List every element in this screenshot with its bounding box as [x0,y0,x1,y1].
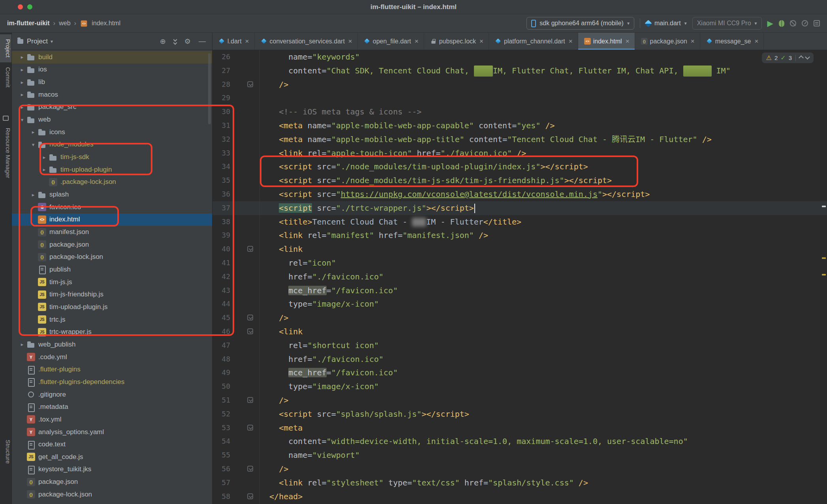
code-line-29[interactable] [260,91,827,105]
chevron-right-icon[interactable]: ▸ [39,167,49,172]
code-line-44[interactable]: type="image/x-icon" [260,297,827,311]
code-line-36[interactable]: <script src="https://unpkg.com/vconsole@… [260,187,827,201]
code-line-43[interactable]: mce_href="/favicon.ico" [260,284,827,298]
run-button[interactable]: ▶ [767,19,773,27]
code-line-42[interactable]: href="./favicon.ico" [260,270,827,284]
code-line-52[interactable]: <script src="splash/splash.js"></script> [260,407,827,421]
tree-item-splash[interactable]: ▸splash [12,188,212,201]
tree-item-manifest.json[interactable]: manifest.json [12,226,212,238]
locate-file-icon[interactable]: ⊕ [160,37,166,46]
tree-item-get_all_code.js[interactable]: get_all_code.js [12,451,212,463]
tool-tab-resource-manager[interactable]: Resource Manager [0,123,11,183]
close-tab-icon[interactable]: × [415,37,419,45]
close-tab-icon[interactable]: × [626,37,630,45]
code-line-51[interactable]: /> [260,393,827,407]
editor-tab-package.json[interactable]: package.json× [635,33,700,50]
fold-marker-icon[interactable] [247,425,253,431]
tree-scrollbar[interactable] [208,53,211,124]
tree-item-.package-lock.json[interactable]: .package-lock.json [12,176,212,189]
inspections-widget[interactable]: ⚠ 2 ✓ 3 [762,52,814,63]
tree-item-macos[interactable]: ▸macos [12,88,212,101]
tree-item-pubspec.lock[interactable]: pubspec.lock [12,501,212,504]
device-selector[interactable]: sdk gphone64 arm64 (mobile) ▾ [526,17,634,30]
code-line-34[interactable]: <script src="./node_modules/tim-upload-p… [260,160,827,174]
tree-item-trtc-wrapper.js[interactable]: trtc-wrapper.js [12,326,212,338]
next-problem-icon[interactable] [805,54,810,60]
tree-item-.tox.yml[interactable]: .tox.yml [12,413,212,426]
tree-item-.flutter-plugins-dependencies[interactable]: .flutter-plugins-dependencies [12,376,212,388]
close-tab-icon[interactable]: × [348,37,352,45]
tool-tab-commit[interactable]: Commit [0,62,11,92]
tree-item-build[interactable]: ▸build [12,51,212,64]
tree-item-code.text[interactable]: code.text [12,438,212,451]
tree-item-keystore_tuikit.jks[interactable]: keystore_tuikit.jks [12,463,212,476]
code-line-37[interactable]: <script src="./trtc-wrapper.js"></script… [260,201,827,215]
previous-problem-icon[interactable] [799,55,804,60]
tree-item-.gitignore[interactable]: .gitignore [12,388,212,401]
device-explorer-icon[interactable] [814,20,820,26]
chevron-right-icon[interactable]: ▸ [28,192,38,198]
fold-marker-icon[interactable] [247,246,253,252]
tree-item-ios[interactable]: ▸ios [12,64,212,76]
breadcrumb-file[interactable]: index.html [92,20,120,27]
editor-tab-open_file.dart[interactable]: open_file.dart× [358,33,424,50]
fold-marker-icon[interactable] [247,81,253,87]
tree-item-lib[interactable]: ▸lib [12,76,212,88]
chevron-right-icon[interactable]: ▸ [39,154,49,160]
chevron-right-icon[interactable]: ▸ [17,104,27,110]
resource-manager-icon[interactable] [3,116,9,121]
code-line-56[interactable]: /> [260,462,827,476]
code-line-31[interactable]: <meta name="apple-mobile-web-app-capable… [260,119,827,133]
code-line-41[interactable]: rel="icon" [260,256,827,270]
secondary-device-selector[interactable]: Xiaomi MI CC9 Pro ▾ [692,17,762,30]
tree-item-package_src[interactable]: ▸package_src [12,101,212,114]
run-config-selector[interactable]: main.dart ▾ [646,20,687,27]
chevron-down-icon[interactable]: ▾ [28,142,38,148]
code-line-55[interactable]: name="viewport" [260,448,827,462]
code-line-30[interactable]: <!-- iOS meta tags & icons --> [260,105,827,119]
tree-item-tim-js-sdk[interactable]: ▸tim-js-sdk [12,151,212,163]
debug-button[interactable] [779,20,784,27]
tree-item-package.json[interactable]: package.json [12,238,212,251]
code-line-49[interactable]: mce_href="/favicon.ico" [260,366,827,380]
fold-marker-icon[interactable] [247,493,253,499]
tree-item-favicon.ico[interactable]: favicon.ico [12,201,212,214]
chevron-right-icon[interactable]: ▸ [17,67,27,73]
code-line-28[interactable]: /> [260,78,827,92]
tree-item-icons[interactable]: ▸icons [12,126,212,139]
close-tab-icon[interactable]: × [569,37,573,45]
tree-item-index.html[interactable]: index.html [12,214,212,226]
code-line-54[interactable]: content="width=device-width, initial-sca… [260,435,827,448]
stripe-mark[interactable] [822,274,826,275]
chevron-right-icon[interactable]: ▸ [17,92,27,97]
tree-item-package-lock.json[interactable]: package-lock.json [12,488,212,501]
editor-tab-index.html[interactable]: index.html× [578,33,635,50]
code-line-50[interactable]: type="image/x-icon" [260,380,827,393]
chevron-down-icon[interactable]: ▾ [51,39,53,44]
chevron-right-icon[interactable]: ▸ [17,341,27,347]
tree-item-.code.yml[interactable]: .code.yml [12,351,212,363]
tree-item-package-lock.json[interactable]: package-lock.json [12,251,212,264]
editor-tab-conversation_services.dart[interactable]: conversation_services.dart× [255,33,358,50]
code-line-40[interactable]: <link [260,242,827,256]
profiler-icon[interactable] [802,20,808,26]
fold-marker-icon[interactable] [247,466,253,472]
code-line-53[interactable]: <meta [260,421,827,435]
fold-marker-icon[interactable] [247,328,253,334]
close-tab-icon[interactable]: × [479,37,483,45]
tree-item-publish[interactable]: publish [12,263,212,276]
code-line-45[interactable]: /> [260,311,827,325]
code-line-33[interactable]: <link rel="apple-touch-icon" href="./fav… [260,146,827,160]
tool-tab-project[interactable]: Project [0,34,11,62]
code-line-47[interactable]: rel="shortcut icon" [260,339,827,352]
code-line-39[interactable]: <link rel="manifest" href="manifest.json… [260,229,827,242]
error-stripe[interactable] [821,50,827,504]
code-line-35[interactable]: <script src="./node_modules/tim-js-sdk/t… [260,174,827,187]
tree-item-node_modules[interactable]: ▾node_modules [12,139,212,151]
breadcrumb-project[interactable]: im-flutter-uikit [7,20,50,27]
editor-tab-message_se[interactable]: message_se× [700,33,764,50]
attach-debugger-icon[interactable] [790,20,796,26]
stripe-mark[interactable] [822,206,826,207]
stripe-mark[interactable] [822,257,826,259]
chevron-right-icon[interactable]: ▸ [17,79,27,85]
